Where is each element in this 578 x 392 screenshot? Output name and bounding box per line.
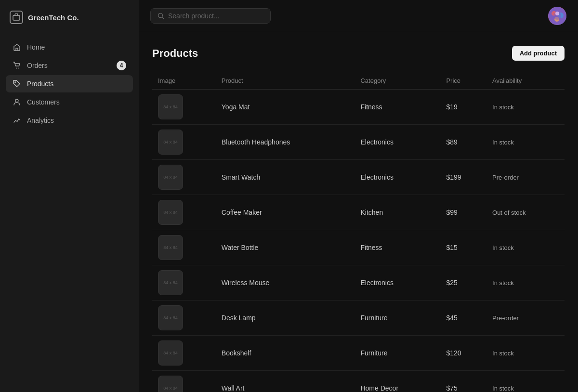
product-price: $99 <box>440 195 486 230</box>
product-category: Electronics <box>355 125 440 160</box>
product-price: $75 <box>440 371 486 392</box>
table-row[interactable]: 84 x 84Wall ArtHome Decor$75In stock <box>152 371 565 392</box>
product-name: Wall Art <box>216 371 355 392</box>
availability-badge: In stock <box>492 244 514 251</box>
table-row[interactable]: 84 x 84Wireless MouseElectronics$25In st… <box>152 265 565 301</box>
col-availability: Availability <box>486 72 565 90</box>
product-name: Water Bottle <box>216 230 355 265</box>
svg-point-4 <box>15 99 18 102</box>
availability-badge: In stock <box>492 279 514 287</box>
app-name: GreenTech Co. <box>28 13 79 22</box>
sidebar-item-customers-label: Customers <box>27 98 60 106</box>
product-name: Yoga Mat <box>216 90 355 125</box>
product-name: Smart Watch <box>216 160 355 195</box>
col-category: Category <box>355 72 440 90</box>
product-image-cell: 84 x 84 <box>152 265 216 301</box>
col-product: Product <box>216 72 355 90</box>
chart-icon <box>13 116 21 125</box>
product-availability: In stock <box>486 125 565 160</box>
table-row[interactable]: 84 x 84Smart WatchElectronics$199Pre-ord… <box>152 160 565 195</box>
svg-rect-0 <box>13 15 20 20</box>
sidebar-logo: GreenTech Co. <box>0 0 139 35</box>
availability-badge: Pre-order <box>492 314 519 322</box>
availability-badge: In stock <box>492 385 514 392</box>
availability-badge: Out of stock <box>492 209 525 216</box>
product-availability: In stock <box>486 230 565 265</box>
cart-icon <box>13 61 21 70</box>
table-row[interactable]: 84 x 84Water BottleFitness$15In stock <box>152 230 565 265</box>
product-image-placeholder: 84 x 84 <box>158 376 183 392</box>
product-category: Home Decor <box>355 371 440 392</box>
sidebar-item-orders[interactable]: Orders 4 <box>6 57 133 74</box>
product-image-placeholder: 84 x 84 <box>158 200 183 225</box>
product-price: $19 <box>440 90 486 125</box>
table-row[interactable]: 84 x 84BookshelfFurniture$120In stock <box>152 336 565 371</box>
table-row[interactable]: 84 x 84Coffee MakerKitchen$99Out of stoc… <box>152 195 565 230</box>
page-content: Products Add product Image Product Categ… <box>139 32 578 392</box>
table-header: Image Product Category Price Availabilit… <box>152 72 565 90</box>
product-name: Bluetooth Headphones <box>216 125 355 160</box>
product-category: Furniture <box>355 336 440 371</box>
table-row[interactable]: 84 x 84Yoga MatFitness$19In stock <box>152 90 565 125</box>
product-image-cell: 84 x 84 <box>152 160 216 195</box>
availability-badge: In stock <box>492 104 514 111</box>
product-availability: Out of stock <box>486 195 565 230</box>
tag-icon <box>13 79 21 88</box>
orders-badge: 4 <box>117 61 126 70</box>
svg-point-5 <box>158 13 163 18</box>
product-image-cell: 84 x 84 <box>152 301 216 336</box>
sidebar-item-home[interactable]: Home <box>6 39 133 56</box>
product-availability: In stock <box>486 371 565 392</box>
table-row[interactable]: 84 x 84Desk LampFurniture$45Pre-order <box>152 301 565 336</box>
search-input[interactable] <box>168 12 263 20</box>
availability-badge: In stock <box>492 350 514 357</box>
product-price: $45 <box>440 301 486 336</box>
product-availability: Pre-order <box>486 301 565 336</box>
product-name: Desk Lamp <box>216 301 355 336</box>
products-table: Image Product Category Price Availabilit… <box>152 72 565 392</box>
search-container[interactable] <box>150 8 271 24</box>
product-category: Kitchen <box>355 195 440 230</box>
product-category: Fitness <box>355 90 440 125</box>
product-name: Wireless Mouse <box>216 265 355 301</box>
product-image-placeholder: 84 x 84 <box>158 94 183 119</box>
product-category: Electronics <box>355 160 440 195</box>
svg-point-11 <box>555 12 559 15</box>
product-price: $199 <box>440 160 486 195</box>
user-icon <box>13 98 21 106</box>
table-row[interactable]: 84 x 84Bluetooth HeadphonesElectronics$8… <box>152 125 565 160</box>
sidebar-item-analytics[interactable]: Analytics <box>6 112 133 129</box>
product-image-cell: 84 x 84 <box>152 195 216 230</box>
product-image-placeholder: 84 x 84 <box>158 340 183 366</box>
product-category: Fitness <box>355 230 440 265</box>
product-image-cell: 84 x 84 <box>152 90 216 125</box>
svg-point-1 <box>16 68 17 69</box>
add-product-button[interactable]: Add product <box>512 46 565 61</box>
sidebar-item-analytics-label: Analytics <box>27 117 54 124</box>
home-icon <box>13 43 21 52</box>
product-image-placeholder: 84 x 84 <box>158 270 183 295</box>
col-price: Price <box>440 72 486 90</box>
sidebar-item-products-label: Products <box>27 80 53 88</box>
product-name: Coffee Maker <box>216 195 355 230</box>
product-price: $15 <box>440 230 486 265</box>
product-image-cell: 84 x 84 <box>152 371 216 392</box>
availability-badge: In stock <box>492 139 514 146</box>
table-body: 84 x 84Yoga MatFitness$19In stock84 x 84… <box>152 90 565 392</box>
logo-icon <box>10 11 23 24</box>
avatar[interactable] <box>548 7 566 25</box>
product-image-cell: 84 x 84 <box>152 230 216 265</box>
product-category: Furniture <box>355 301 440 336</box>
sidebar-item-customers[interactable]: Customers <box>6 93 133 111</box>
product-image-cell: 84 x 84 <box>152 125 216 160</box>
sidebar: GreenTech Co. Home Orders 4 <box>0 0 139 392</box>
product-image-placeholder: 84 x 84 <box>158 130 183 155</box>
page-title: Products <box>152 47 198 60</box>
svg-point-3 <box>14 81 16 83</box>
product-price: $89 <box>440 125 486 160</box>
search-icon <box>158 13 164 19</box>
sidebar-item-orders-label: Orders <box>27 62 48 69</box>
sidebar-item-products[interactable]: Products <box>6 75 133 92</box>
product-name: Bookshelf <box>216 336 355 371</box>
sidebar-item-home-label: Home <box>27 43 45 51</box>
